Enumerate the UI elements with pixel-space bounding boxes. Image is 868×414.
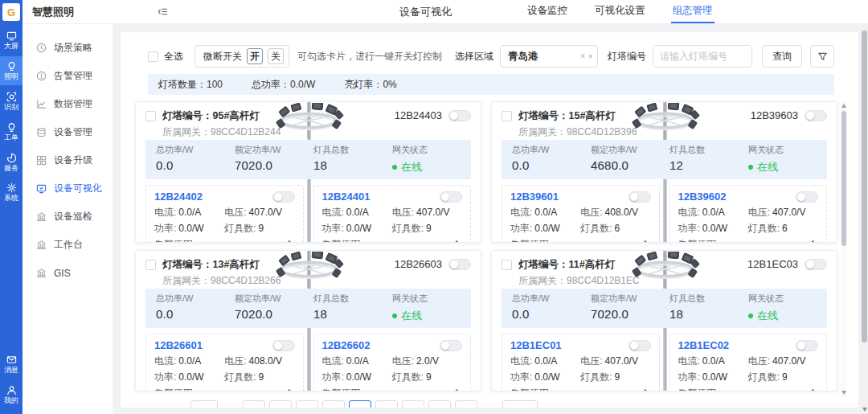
page-scroll-down-icon[interactable] bbox=[862, 408, 867, 412]
pagination-page-button[interactable] bbox=[269, 400, 292, 408]
tower-code: 12B24403 bbox=[395, 109, 442, 121]
face-icon bbox=[6, 92, 17, 102]
branch-switch[interactable] bbox=[272, 340, 295, 351]
page-scrollbar[interactable] bbox=[862, 26, 867, 412]
sidebar-item-device-inspection[interactable]: 设备巡检 bbox=[23, 203, 113, 231]
tab-visual-settings[interactable]: 可视化设置 bbox=[593, 0, 647, 23]
tower-switch[interactable] bbox=[805, 110, 827, 121]
rail-item-profile[interactable]: 我的 bbox=[0, 380, 23, 409]
cards-area: 灯塔编号：95#高杆灯 所属网关：98CC4D12B244 12B24403 总… bbox=[135, 101, 847, 397]
branch-switch[interactable] bbox=[440, 191, 462, 203]
tower-stats: 总功率/W0.0 额定功率/W7020.0 灯具总数18 网关状态在线 bbox=[145, 140, 471, 179]
branch-id-link[interactable]: 12B26601 bbox=[154, 339, 203, 351]
area-label: 选择区域 bbox=[455, 50, 493, 64]
tower-switch[interactable] bbox=[448, 110, 471, 121]
area-select[interactable]: 青岛港 × ▾ bbox=[500, 45, 598, 68]
sidebar-collapse-button[interactable] bbox=[93, 0, 168, 23]
toolbar-hint: 可勾选卡片，进行一键开关灯控制 bbox=[297, 50, 442, 64]
branch-id-link[interactable]: 12B1EC02 bbox=[678, 339, 730, 351]
more-menu-icon[interactable]: ⋮ bbox=[641, 240, 651, 243]
pagination-page-button[interactable] bbox=[428, 400, 451, 408]
rail-item-messages[interactable]: 消息 bbox=[0, 350, 23, 379]
card-checkbox[interactable] bbox=[145, 260, 156, 270]
sidebar-item-device-upgrade[interactable]: 设备升级 bbox=[23, 146, 113, 174]
branch-id-link[interactable]: 12B24401 bbox=[322, 191, 371, 203]
breaker-off-button[interactable]: 关 bbox=[268, 48, 284, 64]
breaker-on-button[interactable]: 开 bbox=[247, 48, 263, 64]
tab-device-monitor[interactable]: 设备监控 bbox=[526, 0, 569, 23]
pagination-page-button[interactable] bbox=[375, 400, 398, 408]
rail-item-lighting[interactable]: 照明 bbox=[0, 56, 23, 85]
rail-item-recognition[interactable]: 识别 bbox=[0, 87, 23, 116]
card-checkbox[interactable] bbox=[502, 260, 512, 270]
pagination-next-button[interactable] bbox=[502, 400, 538, 408]
tab-configuration[interactable]: 组态管理 bbox=[671, 0, 714, 23]
more-menu-icon[interactable]: ⋮ bbox=[285, 388, 295, 391]
tower-no-input[interactable] bbox=[653, 45, 752, 68]
filter-button[interactable] bbox=[810, 45, 834, 68]
sidebar-item-workbench[interactable]: 工作台 bbox=[23, 231, 113, 259]
more-menu-icon[interactable]: ⋮ bbox=[452, 388, 462, 391]
sidebar-item-scene-policy[interactable]: 场景策略 bbox=[23, 34, 113, 62]
branch-id-link[interactable]: 12B39602 bbox=[678, 191, 727, 203]
branch-switch[interactable] bbox=[628, 340, 651, 351]
pagination-page-button[interactable] bbox=[243, 400, 265, 408]
more-menu-icon[interactable]: ⋮ bbox=[808, 240, 818, 243]
sidebar-item-device-mgmt[interactable]: 设备管理 bbox=[23, 118, 113, 146]
sidebar-item-gis[interactable]: GIS bbox=[23, 259, 113, 287]
card-checkbox[interactable] bbox=[145, 111, 156, 121]
tower-switch[interactable] bbox=[448, 259, 471, 270]
card-checkbox[interactable] bbox=[502, 111, 512, 121]
query-button[interactable]: 查询 bbox=[762, 45, 802, 68]
chevron-down-icon: ▾ bbox=[588, 52, 592, 60]
select-all-checkbox[interactable] bbox=[148, 51, 158, 62]
pagination-page-button-active[interactable] bbox=[349, 400, 371, 408]
rail-item-workorder[interactable]: 工单 bbox=[0, 117, 23, 146]
cards-scrollbar[interactable] bbox=[841, 101, 847, 397]
pagination-page-button[interactable] bbox=[455, 400, 477, 408]
funnel-icon bbox=[817, 51, 828, 62]
branch-switch[interactable] bbox=[628, 191, 651, 203]
tower-code: 12B26603 bbox=[395, 258, 442, 270]
bulb-icon bbox=[6, 61, 17, 72]
area-select-value: 青岛港 bbox=[508, 50, 579, 64]
branch-switch[interactable] bbox=[796, 340, 818, 351]
sidebar-item-alarm-mgmt[interactable]: 告警管理 bbox=[23, 62, 113, 90]
online-dot-icon bbox=[748, 165, 753, 170]
branch-id-link[interactable]: 12B26602 bbox=[322, 339, 371, 351]
sidebar-item-device-visualization[interactable]: 设备可视化 bbox=[23, 174, 113, 203]
more-menu-icon[interactable]: ⋮ bbox=[285, 240, 295, 243]
clear-icon[interactable]: × bbox=[579, 51, 585, 62]
scrollbar-thumb[interactable] bbox=[841, 111, 846, 246]
branch-id-link[interactable]: 12B1EC01 bbox=[510, 339, 562, 351]
rail-item-bigscreen[interactable]: 大屏 bbox=[0, 26, 23, 55]
online-dot-icon bbox=[392, 165, 397, 170]
pagination-page-button[interactable] bbox=[296, 400, 318, 408]
toolbar-filters: 选择区域 青岛港 × ▾ 灯塔编号 查询 bbox=[455, 45, 834, 68]
app-logo[interactable]: G bbox=[0, 0, 23, 24]
rail-item-system[interactable]: 系统 bbox=[0, 178, 23, 207]
clock-icon bbox=[36, 43, 47, 53]
sidebar-item-data-mgmt[interactable]: 数据管理 bbox=[23, 90, 113, 118]
more-menu-icon[interactable]: ⋮ bbox=[641, 388, 651, 391]
mail-icon bbox=[6, 355, 17, 365]
tower-switch[interactable] bbox=[805, 259, 827, 270]
rail-item-service[interactable]: 服务 bbox=[0, 148, 23, 177]
tower-stats: 总功率/W0.0 额定功率/W7020.0 灯具总数18 网关状态在线 bbox=[502, 289, 827, 328]
pagination bbox=[190, 400, 858, 408]
more-menu-icon[interactable]: ⋮ bbox=[452, 240, 462, 243]
branch-switch[interactable] bbox=[796, 191, 818, 203]
branch-switch[interactable] bbox=[440, 340, 462, 351]
bank-icon bbox=[36, 268, 47, 278]
pagination-page-button[interactable] bbox=[402, 400, 424, 408]
scroll-down-icon[interactable] bbox=[841, 391, 846, 395]
page-scrollbar-thumb[interactable] bbox=[862, 31, 867, 342]
branch-switch[interactable] bbox=[272, 191, 295, 203]
branch-id-link[interactable]: 12B39601 bbox=[510, 191, 559, 203]
pagination-page-button[interactable] bbox=[322, 400, 345, 408]
scroll-up-icon[interactable] bbox=[841, 104, 846, 108]
branch-id-link[interactable]: 12B24402 bbox=[154, 191, 203, 203]
tower-count: 灯塔数量：100 bbox=[158, 78, 223, 92]
more-menu-icon[interactable]: ⋮ bbox=[808, 388, 818, 391]
pagination-prev-button[interactable] bbox=[190, 400, 218, 408]
